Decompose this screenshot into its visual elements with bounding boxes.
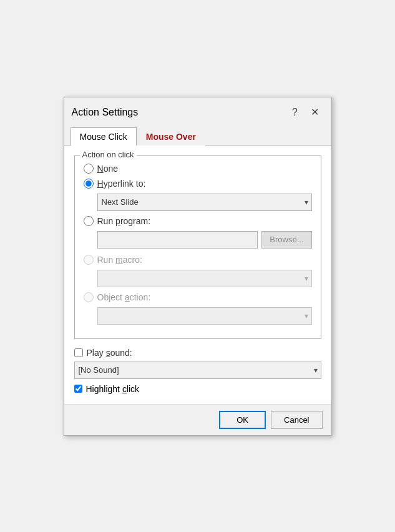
- hyperlink-select[interactable]: Next Slide: [97, 194, 312, 211]
- tab-mouse-over[interactable]: Mouse Over: [137, 127, 205, 145]
- run-macro-option-row: Run macro:: [84, 255, 312, 265]
- play-sound-row: Play sound:: [74, 348, 321, 358]
- run-macro-dropdown-row: [97, 270, 312, 287]
- none-option-row: None: [84, 164, 312, 174]
- run-program-label[interactable]: Run program:: [97, 216, 151, 226]
- title-buttons: ? ✕: [286, 104, 324, 121]
- highlight-checkbox[interactable]: [74, 385, 82, 393]
- play-sound-label[interactable]: Play sound:: [87, 348, 132, 358]
- hyperlink-dropdown-row: Next Slide: [97, 194, 312, 211]
- dialog-footer: OK Cancel: [64, 404, 331, 435]
- group-label: Action on click: [80, 150, 137, 159]
- run-macro-select-wrapper: [97, 270, 312, 287]
- hyperlink-select-wrapper: Next Slide: [97, 194, 312, 211]
- run-program-option-row: Run program:: [84, 216, 312, 226]
- close-button[interactable]: ✕: [306, 104, 324, 121]
- tabs-area: Mouse Click Mouse Over: [64, 125, 331, 145]
- action-settings-dialog: Action Settings ? ✕ Mouse Click Mouse Ov…: [64, 97, 332, 436]
- object-action-option-row: Object action:: [84, 292, 312, 302]
- sound-select[interactable]: [No Sound]: [74, 362, 321, 379]
- cancel-button[interactable]: Cancel: [271, 411, 322, 429]
- title-bar: Action Settings ? ✕: [64, 97, 331, 125]
- help-button[interactable]: ?: [286, 104, 304, 121]
- run-program-radio[interactable]: [84, 216, 94, 226]
- hyperlink-label[interactable]: Hyperlink to:: [97, 179, 146, 189]
- hyperlink-option-row: Hyperlink to:: [84, 179, 312, 189]
- object-action-radio: [84, 292, 94, 302]
- sound-select-wrapper: [No Sound]: [74, 362, 321, 379]
- object-action-dropdown-row: [97, 307, 312, 325]
- highlight-label[interactable]: Highlight click: [86, 384, 140, 394]
- run-program-input-row: Browse...: [97, 231, 312, 249]
- dialog-content: Action on click None Hyperlink to: Next …: [64, 145, 331, 404]
- action-on-click-group: Action on click None Hyperlink to: Next …: [74, 155, 321, 339]
- browse-button: Browse...: [261, 231, 311, 249]
- run-macro-label: Run macro:: [97, 255, 142, 265]
- none-label[interactable]: None: [97, 164, 118, 174]
- object-action-select: [97, 307, 312, 325]
- dialog-title: Action Settings: [72, 107, 139, 118]
- object-action-select-wrapper: [97, 307, 312, 325]
- hyperlink-radio[interactable]: [84, 179, 94, 189]
- none-radio[interactable]: [84, 164, 94, 174]
- run-macro-select: [97, 270, 312, 287]
- run-program-input[interactable]: [97, 231, 258, 249]
- ok-button[interactable]: OK: [219, 411, 266, 429]
- sound-section: Play sound: [No Sound] Highlight click: [74, 348, 321, 394]
- tab-mouse-click[interactable]: Mouse Click: [71, 127, 137, 145]
- run-macro-radio: [84, 255, 94, 265]
- highlight-row: Highlight click: [74, 384, 321, 394]
- object-action-label: Object action:: [97, 292, 151, 302]
- play-sound-checkbox[interactable]: [74, 348, 83, 357]
